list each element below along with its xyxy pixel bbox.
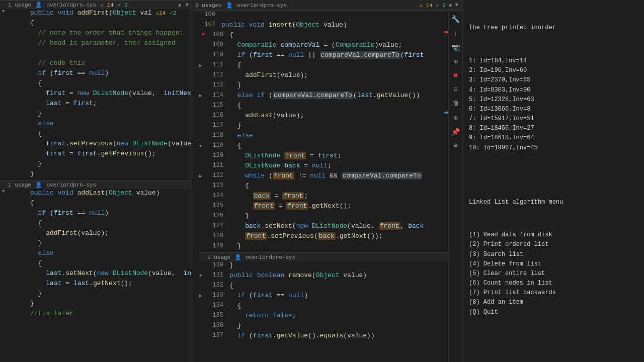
fold-108[interactable]: ● bbox=[199, 31, 207, 37]
middle-usage-count: 2 usages bbox=[195, 3, 222, 9]
line-content: public void addLast(Object value) bbox=[28, 189, 191, 197]
middle-line-131: ▼ 131 public boolean remove(Object value… bbox=[199, 272, 448, 282]
menu-item: (7) Print list backwards bbox=[469, 288, 638, 298]
line-content: if (first == null) bbox=[28, 209, 191, 217]
line-content-130: } bbox=[227, 261, 448, 269]
middle-line-107: 107 public void insert(Object value) bbox=[199, 21, 448, 31]
middle-right-toolbar: 🔧 ↓ 📷 ⊞ ■ ≡ 🗑 ⊕ 📌 ≡ bbox=[448, 11, 462, 362]
middle-line-115: 115 { bbox=[199, 102, 448, 112]
line-content-124: back = front; bbox=[227, 192, 448, 200]
code-line-addlast-method: ▼ public void addLast(Object value) bbox=[0, 189, 191, 199]
tree-items-list: 1: Id=184,Inv=142: Id=196,Inv=603: Id=23… bbox=[469, 56, 638, 153]
code-line-set-previous: first.setPrevious(new DListNode(value, f… bbox=[0, 140, 191, 150]
line-num-137: 137 bbox=[207, 332, 227, 339]
left-usage-bar: 1 usage 👤 overlordpro-sys ⚠ 14 ✓ 2 ▲ ▼ bbox=[0, 0, 191, 9]
line-num-108: 108 bbox=[207, 31, 227, 38]
line-content-128: front.setPrevious(back.getNext()); bbox=[227, 232, 448, 240]
line-content-113: } bbox=[227, 81, 448, 89]
line-content-129: } bbox=[227, 242, 448, 250]
gutter-133: ▶ bbox=[199, 292, 207, 299]
line-num-119: 119 bbox=[207, 142, 227, 149]
remove-username: overlordpro-sys bbox=[246, 254, 295, 260]
code-line-close-brace1: } bbox=[0, 110, 191, 120]
line-content: { bbox=[28, 219, 191, 227]
line-num-120: 120 bbox=[207, 152, 227, 159]
remove-user-icon: 👤 bbox=[234, 254, 242, 260]
middle-line-120: 120 DListNode front = first; bbox=[199, 152, 448, 162]
line-content: { bbox=[28, 130, 191, 137]
gutter-fold[interactable]: ▼ bbox=[0, 9, 8, 14]
code-line-comment1: // note the order that things happen: bbox=[0, 29, 191, 39]
code-line-addlast-last-getnext: last = last.getNext(); bbox=[0, 280, 191, 290]
middle-line-110: 110 if (first == null || compareVal.comp… bbox=[199, 51, 448, 61]
left-fold-up[interactable]: ▲ bbox=[178, 2, 182, 8]
code-line-addlast-close1: } bbox=[0, 239, 191, 249]
left-user-icon: 👤 bbox=[35, 2, 42, 8]
menu-item: (2) Print ordered list bbox=[469, 240, 638, 249]
line-num-132: 132 bbox=[207, 282, 227, 289]
toolbar-layers-icon[interactable]: ⊞ bbox=[450, 55, 462, 67]
middle-code-area: 106 107 public void insert(Object value)… bbox=[199, 11, 448, 362]
line-content-110: if (first == null || compareVal.compareT… bbox=[227, 51, 448, 59]
middle-line-121: 121 DListNode back = null; bbox=[199, 162, 448, 172]
middle-line-109: 109 Comparable compareVal = (Comparable)… bbox=[199, 41, 448, 51]
line-content: last.setNext(new DListNode(value, initNe… bbox=[28, 269, 191, 277]
code-line-blank1 bbox=[0, 49, 191, 59]
middle-line-134: 134 { bbox=[199, 302, 448, 312]
toolbar-crosshair-icon[interactable]: ⊕ bbox=[450, 112, 462, 124]
line-content: // note the order that things happen: bbox=[28, 29, 191, 37]
gutter-131: ▼ bbox=[199, 272, 207, 279]
middle-line-122: ▶ 122 while (front != null && compareVal… bbox=[199, 172, 448, 182]
left-fold-down[interactable]: ▼ bbox=[185, 2, 189, 8]
code-line-addlast-else: else bbox=[0, 249, 191, 259]
line-num-113: 113 bbox=[207, 81, 227, 88]
menu-item: (1) Read data from disk bbox=[469, 230, 638, 240]
line-content-125: front = front.getNext(); bbox=[227, 202, 448, 210]
middle-line-125: 125 front = front.getNext(); bbox=[199, 202, 448, 212]
toolbar-list-icon[interactable]: ≡ bbox=[450, 83, 462, 96]
gutter-fold2[interactable]: ▼ bbox=[0, 189, 8, 194]
code-line-fix-comment: //fix later bbox=[0, 310, 191, 320]
addlast-user-icon: 👤 bbox=[35, 182, 42, 188]
code-line-else: else bbox=[0, 120, 191, 130]
line-num-128: 128 bbox=[207, 232, 227, 239]
menu-title: Linked List algorithm menu bbox=[469, 198, 638, 207]
middle-line-114: ▶ 114 else if (compareVal.compareTo(last… bbox=[199, 92, 448, 102]
toolbar-red-square-icon[interactable]: ■ bbox=[450, 69, 462, 81]
line-content-119: { bbox=[227, 142, 448, 149]
menu-items-list: (1) Read data from disk(2) Print ordered… bbox=[469, 230, 638, 317]
toolbar-wrench-icon[interactable]: 🔧 bbox=[450, 13, 462, 25]
remove-usage-count: 1 usage bbox=[207, 254, 230, 260]
middle-fold-down[interactable]: ▼ bbox=[455, 2, 458, 9]
tree-item: 3: Id=2370,Inv=65 bbox=[469, 75, 638, 85]
toolbar-pin-icon[interactable]: 📌 bbox=[450, 126, 462, 138]
middle-fold-up[interactable]: ▲ bbox=[449, 2, 452, 9]
code-line-comment3: // code this bbox=[0, 59, 191, 69]
middle-content: 106 107 public void insert(Object value)… bbox=[191, 11, 462, 362]
tree-item: 6: Id=13066,Inv=8 bbox=[469, 105, 638, 114]
line-content-106 bbox=[219, 11, 448, 19]
line-content-132: { bbox=[227, 282, 448, 289]
line-content: } bbox=[28, 110, 191, 117]
code-line-open-brace: { bbox=[0, 19, 191, 29]
line-content-123: { bbox=[227, 182, 448, 190]
line-content: first.setPrevious(new DListNode(value, f… bbox=[28, 140, 191, 147]
toolbar-list2-icon[interactable]: ≡ bbox=[450, 140, 462, 152]
middle-line-117: 117 } bbox=[199, 122, 448, 132]
left-username: overlordpro-sys bbox=[46, 2, 96, 8]
left-code-area: 1 usage 👤 overlordpro-sys ⚠ 14 ✓ 2 ▲ ▼ ▼… bbox=[0, 0, 191, 362]
middle-line-118: 118 else bbox=[199, 132, 448, 142]
line-content-127: back.setNext(new DListNode(value, front,… bbox=[227, 222, 448, 230]
code-line-addlast-addfirst: addFirst(value); bbox=[0, 229, 191, 239]
code-line-addlast-if: if (first == null) bbox=[0, 209, 191, 219]
toolbar-trash-icon[interactable]: 🗑 bbox=[450, 98, 462, 110]
line-num-111: 111 bbox=[207, 61, 227, 68]
toolbar-arrow-down-icon[interactable]: ↓ bbox=[450, 27, 462, 39]
code-line-addlast-setnext: last.setNext(new DListNode(value, initNe… bbox=[0, 269, 191, 280]
middle-user-icon: 👤 bbox=[226, 2, 233, 9]
toolbar-camera-icon[interactable]: 📷 bbox=[450, 41, 462, 53]
line-content-135: return false; bbox=[227, 312, 448, 319]
line-num-135: 135 bbox=[207, 312, 227, 319]
code-line-open-brace3: { bbox=[0, 130, 191, 140]
line-content-112: addFirst(value); bbox=[227, 71, 448, 79]
